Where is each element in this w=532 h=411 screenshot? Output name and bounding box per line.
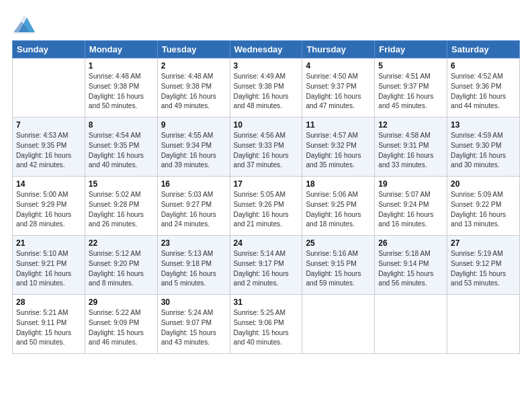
day-number: 20	[451, 179, 516, 189]
day-info: Sunrise: 4:59 AM Sunset: 9:30 PM Dayligh…	[451, 131, 516, 171]
day-number: 25	[306, 238, 371, 248]
day-header-thursday: Thursday	[302, 41, 375, 58]
day-info: Sunrise: 5:12 AM Sunset: 9:20 PM Dayligh…	[89, 249, 154, 289]
day-info: Sunrise: 5:09 AM Sunset: 9:22 PM Dayligh…	[451, 190, 516, 230]
day-info: Sunrise: 4:53 AM Sunset: 9:35 PM Dayligh…	[16, 131, 81, 171]
day-number: 24	[234, 238, 299, 248]
day-header-monday: Monday	[85, 41, 157, 58]
day-cell-21: 21Sunrise: 5:10 AM Sunset: 9:21 PM Dayli…	[13, 236, 85, 295]
day-number: 3	[234, 61, 299, 71]
page: SundayMondayTuesdayWednesdayThursdayFrid…	[0, 0, 532, 411]
day-info: Sunrise: 5:05 AM Sunset: 9:26 PM Dayligh…	[234, 190, 299, 230]
day-number: 19	[378, 179, 443, 189]
empty-cell	[302, 295, 375, 354]
day-cell-13: 13Sunrise: 4:59 AM Sunset: 9:30 PM Dayli…	[447, 118, 520, 177]
day-info: Sunrise: 5:21 AM Sunset: 9:11 PM Dayligh…	[16, 308, 81, 348]
week-row-4: 21Sunrise: 5:10 AM Sunset: 9:21 PM Dayli…	[13, 236, 520, 295]
day-number: 22	[89, 238, 154, 248]
day-cell-4: 4Sunrise: 4:50 AM Sunset: 9:37 PM Daylig…	[302, 58, 375, 118]
day-cell-15: 15Sunrise: 5:02 AM Sunset: 9:28 PM Dayli…	[85, 177, 157, 236]
week-row-5: 28Sunrise: 5:21 AM Sunset: 9:11 PM Dayli…	[13, 295, 520, 354]
day-number: 2	[161, 61, 226, 71]
day-info: Sunrise: 5:22 AM Sunset: 9:09 PM Dayligh…	[89, 308, 154, 348]
day-info: Sunrise: 5:03 AM Sunset: 9:27 PM Dayligh…	[161, 190, 226, 230]
day-cell-3: 3Sunrise: 4:49 AM Sunset: 9:38 PM Daylig…	[230, 58, 302, 118]
day-number: 6	[451, 61, 516, 71]
day-info: Sunrise: 4:51 AM Sunset: 9:37 PM Dayligh…	[378, 72, 443, 111]
day-number: 14	[16, 179, 81, 189]
day-cell-28: 28Sunrise: 5:21 AM Sunset: 9:11 PM Dayli…	[13, 295, 85, 354]
day-number: 13	[451, 120, 516, 130]
day-number: 29	[89, 298, 154, 307]
day-cell-26: 26Sunrise: 5:18 AM Sunset: 9:14 PM Dayli…	[375, 236, 447, 295]
week-row-2: 7Sunrise: 4:53 AM Sunset: 9:35 PM Daylig…	[13, 118, 520, 177]
day-number: 31	[234, 298, 299, 307]
day-info: Sunrise: 5:13 AM Sunset: 9:18 PM Dayligh…	[161, 249, 226, 289]
day-number: 11	[306, 120, 371, 130]
day-cell-10: 10Sunrise: 4:56 AM Sunset: 9:33 PM Dayli…	[230, 118, 302, 177]
day-number: 17	[234, 179, 299, 189]
day-info: Sunrise: 5:18 AM Sunset: 9:14 PM Dayligh…	[378, 249, 443, 289]
day-cell-7: 7Sunrise: 4:53 AM Sunset: 9:35 PM Daylig…	[13, 118, 85, 177]
day-header-wednesday: Wednesday	[230, 41, 302, 58]
day-cell-25: 25Sunrise: 5:16 AM Sunset: 9:15 PM Dayli…	[302, 236, 375, 295]
day-info: Sunrise: 5:16 AM Sunset: 9:15 PM Dayligh…	[306, 249, 371, 289]
header-row: SundayMondayTuesdayWednesdayThursdayFrid…	[13, 41, 520, 58]
day-cell-16: 16Sunrise: 5:03 AM Sunset: 9:27 PM Dayli…	[157, 177, 230, 236]
day-cell-14: 14Sunrise: 5:00 AM Sunset: 9:29 PM Dayli…	[13, 177, 85, 236]
day-number: 30	[161, 298, 226, 307]
day-info: Sunrise: 4:55 AM Sunset: 9:34 PM Dayligh…	[161, 131, 226, 171]
day-number: 26	[378, 238, 443, 248]
day-info: Sunrise: 4:48 AM Sunset: 9:38 PM Dayligh…	[89, 72, 154, 111]
day-info: Sunrise: 5:25 AM Sunset: 9:06 PM Dayligh…	[234, 308, 299, 348]
day-cell-18: 18Sunrise: 5:06 AM Sunset: 9:25 PM Dayli…	[302, 177, 375, 236]
day-header-sunday: Sunday	[13, 41, 85, 58]
day-cell-6: 6Sunrise: 4:52 AM Sunset: 9:36 PM Daylig…	[447, 58, 520, 118]
day-number: 28	[16, 298, 81, 307]
day-number: 8	[89, 120, 154, 130]
day-cell-5: 5Sunrise: 4:51 AM Sunset: 9:37 PM Daylig…	[375, 58, 447, 118]
day-number: 4	[306, 61, 371, 71]
day-info: Sunrise: 5:24 AM Sunset: 9:07 PM Dayligh…	[161, 308, 226, 348]
day-info: Sunrise: 5:02 AM Sunset: 9:28 PM Dayligh…	[89, 190, 154, 230]
day-info: Sunrise: 5:06 AM Sunset: 9:25 PM Dayligh…	[306, 190, 371, 230]
day-number: 1	[89, 61, 154, 71]
day-info: Sunrise: 4:50 AM Sunset: 9:37 PM Dayligh…	[306, 72, 371, 111]
day-cell-19: 19Sunrise: 5:07 AM Sunset: 9:24 PM Dayli…	[375, 177, 447, 236]
day-info: Sunrise: 4:49 AM Sunset: 9:38 PM Dayligh…	[234, 72, 299, 111]
day-cell-8: 8Sunrise: 4:54 AM Sunset: 9:35 PM Daylig…	[85, 118, 157, 177]
day-number: 27	[451, 238, 516, 248]
day-number: 7	[16, 120, 81, 130]
day-number: 15	[89, 179, 154, 189]
day-cell-29: 29Sunrise: 5:22 AM Sunset: 9:09 PM Dayli…	[85, 295, 157, 354]
day-info: Sunrise: 4:58 AM Sunset: 9:31 PM Dayligh…	[378, 131, 443, 171]
header	[12, 12, 520, 36]
day-info: Sunrise: 5:10 AM Sunset: 9:21 PM Dayligh…	[16, 249, 81, 289]
day-cell-1: 1Sunrise: 4:48 AM Sunset: 9:38 PM Daylig…	[85, 58, 157, 118]
day-cell-27: 27Sunrise: 5:19 AM Sunset: 9:12 PM Dayli…	[447, 236, 520, 295]
day-info: Sunrise: 5:00 AM Sunset: 9:29 PM Dayligh…	[16, 190, 81, 230]
empty-cell	[375, 295, 447, 354]
day-info: Sunrise: 4:48 AM Sunset: 9:38 PM Dayligh…	[161, 72, 226, 111]
day-cell-23: 23Sunrise: 5:13 AM Sunset: 9:18 PM Dayli…	[157, 236, 230, 295]
day-cell-11: 11Sunrise: 4:57 AM Sunset: 9:32 PM Dayli…	[302, 118, 375, 177]
day-number: 10	[234, 120, 299, 130]
day-info: Sunrise: 5:19 AM Sunset: 9:12 PM Dayligh…	[451, 249, 516, 289]
day-number: 23	[161, 238, 226, 248]
day-number: 5	[378, 61, 443, 71]
day-cell-30: 30Sunrise: 5:24 AM Sunset: 9:07 PM Dayli…	[157, 295, 230, 354]
logo-icon	[12, 12, 36, 36]
empty-cell	[13, 58, 85, 118]
calendar-table: SundayMondayTuesdayWednesdayThursdayFrid…	[12, 40, 520, 354]
day-number: 16	[161, 179, 226, 189]
day-number: 18	[306, 179, 371, 189]
day-header-tuesday: Tuesday	[157, 41, 230, 58]
day-info: Sunrise: 5:07 AM Sunset: 9:24 PM Dayligh…	[378, 190, 443, 230]
day-info: Sunrise: 4:54 AM Sunset: 9:35 PM Dayligh…	[89, 131, 154, 171]
day-info: Sunrise: 5:14 AM Sunset: 9:17 PM Dayligh…	[234, 249, 299, 289]
day-header-saturday: Saturday	[447, 41, 520, 58]
day-header-friday: Friday	[375, 41, 447, 58]
day-cell-12: 12Sunrise: 4:58 AM Sunset: 9:31 PM Dayli…	[375, 118, 447, 177]
day-cell-9: 9Sunrise: 4:55 AM Sunset: 9:34 PM Daylig…	[157, 118, 230, 177]
day-number: 21	[16, 238, 81, 248]
